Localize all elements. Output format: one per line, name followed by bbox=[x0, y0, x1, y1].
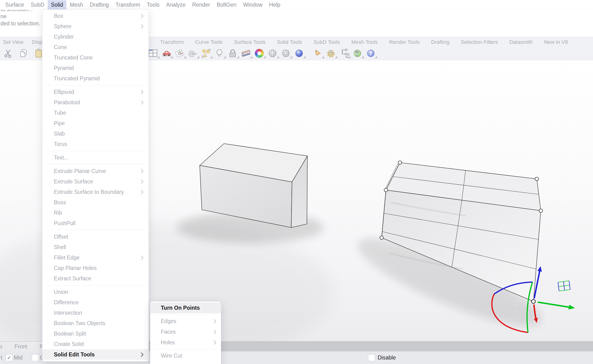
solid-menu-item-torus: Torus bbox=[42, 139, 148, 149]
solid-menu-item-pipe: Pipe bbox=[42, 118, 148, 129]
osnap-checkbox-cen[interactable] bbox=[32, 354, 39, 361]
solid-menu-item-label-pushpull: PushPull bbox=[54, 220, 144, 227]
submenu-chevron-icon bbox=[139, 169, 143, 173]
copy-icon[interactable] bbox=[18, 48, 29, 59]
toolbar-tab-new-in-v8[interactable]: New in V8 bbox=[544, 39, 568, 45]
solid-menu-item-shell: Shell bbox=[42, 242, 148, 252]
gear-icon[interactable] bbox=[326, 48, 336, 59]
layer-cake-icon[interactable] bbox=[240, 48, 251, 59]
menubar-item-solid[interactable]: Solid bbox=[48, 0, 67, 9]
menubar-item-subd[interactable]: SubD bbox=[27, 0, 48, 9]
toolbar-tab-solid-tools[interactable]: Solid Tools bbox=[277, 39, 302, 45]
menubar-item-window[interactable]: Window bbox=[240, 0, 266, 9]
solid-menu-item-label-difference: Difference bbox=[54, 299, 144, 306]
earth-icon[interactable] bbox=[352, 48, 363, 59]
solid-menu-item-text: Text... bbox=[42, 152, 148, 163]
svg-text:?: ? bbox=[369, 51, 373, 56]
toolbar-tab-curve-tools[interactable]: Curve Tools bbox=[195, 39, 222, 45]
menu-separator bbox=[46, 285, 145, 285]
menubar-item-surface[interactable]: Surface bbox=[2, 0, 27, 9]
rhino-window: SurfaceSubDSolidMeshDraftingTransformToo… bbox=[0, 0, 593, 364]
menubar-item-boltgen[interactable]: BoltGen bbox=[213, 0, 240, 9]
solid-menu-item-extract-surface: Extract Surface bbox=[42, 273, 148, 284]
solid-menu-item-label-pyramid: Pyramid bbox=[54, 65, 144, 71]
menu-separator bbox=[46, 151, 145, 151]
lock-icon[interactable] bbox=[227, 48, 238, 59]
viewport-tab-top[interactable]: Top bbox=[0, 343, 2, 350]
shaded-sphere-icon[interactable] bbox=[267, 48, 278, 59]
solid-menu-item-label-intersection: Intersection bbox=[54, 310, 144, 316]
solid-menu-item-label-truncated-cone: Truncated Cone bbox=[54, 54, 144, 61]
dimension-icon[interactable] bbox=[339, 48, 350, 59]
solid-edit-item-label-turn-on-points: Turn On Points bbox=[161, 305, 217, 311]
menubar-item-tools[interactable]: Tools bbox=[144, 0, 163, 9]
osnap-checkbox-mid[interactable]: ✓ bbox=[6, 354, 13, 361]
rendered-sphere-icon[interactable] bbox=[294, 48, 305, 59]
submenu-chevron-icon bbox=[139, 90, 143, 94]
gumball-y-axis-arrow[interactable] bbox=[538, 302, 569, 307]
viewport-tab-front[interactable]: Front bbox=[14, 343, 27, 350]
menubar-item-mesh[interactable]: Mesh bbox=[67, 0, 86, 9]
cplane-grid-icon[interactable] bbox=[174, 48, 185, 59]
solid-menu-item-fillet-edge: Fillet Edge bbox=[42, 252, 148, 263]
solid-menu-item-label-rib: Rib bbox=[54, 210, 144, 216]
center-snap-icon[interactable] bbox=[187, 48, 198, 59]
solid-menu-item-label-boolean-split: Boolean Split bbox=[54, 331, 144, 337]
toolbar-tab-mesh-tools[interactable]: Mesh Tools bbox=[351, 39, 378, 45]
viewport-layout-icon[interactable] bbox=[147, 48, 159, 59]
solid-menu-item-label-boss: Boss bbox=[54, 199, 144, 206]
submenu-chevron-icon bbox=[212, 340, 216, 344]
color-wheel-icon[interactable] bbox=[254, 48, 265, 59]
selection-filter-icon[interactable] bbox=[201, 48, 212, 59]
submenu-chevron-icon bbox=[139, 100, 143, 104]
solid-menu-item-label-solid-edit-tools: Solid Edit Tools bbox=[54, 351, 140, 358]
submenu-chevron-icon bbox=[139, 190, 143, 194]
menubar-item-transform[interactable]: Transform bbox=[112, 0, 144, 9]
solid-menu-item-ellipsoid: Ellipsoid bbox=[42, 87, 148, 97]
gumball-z-arrowhead[interactable] bbox=[538, 266, 542, 272]
menubar-item-analyze[interactable]: Analyze bbox=[163, 0, 189, 9]
toolbar-tab-surface-tools[interactable]: Surface Tools bbox=[234, 39, 266, 45]
toolbar-tab-drafting[interactable]: Drafting bbox=[431, 39, 449, 45]
solid-menu-item-label-ellipsoid: Ellipsoid bbox=[54, 89, 140, 95]
solid-menu-item-truncated-cone: Truncated Cone bbox=[42, 52, 148, 63]
solid-menu-item-solid-edit-tools[interactable]: Solid Edit Tools bbox=[42, 349, 148, 360]
toolbar-tab-render-tools[interactable]: Render Tools bbox=[389, 39, 420, 45]
solid-menu-item-tube: Tube bbox=[42, 108, 148, 118]
wireframe-sphere-icon[interactable] bbox=[280, 48, 291, 59]
solid-edit-item-wire-cut: Wire Cut bbox=[150, 351, 221, 361]
toolbar-tab-subd-tools[interactable]: SubD Tools bbox=[313, 39, 340, 45]
toolbar-tab-selection-filters[interactable]: Selection Filters bbox=[461, 39, 498, 45]
solid-menu-item-label-paraboloid: Paraboloid bbox=[54, 99, 140, 106]
gumball-origin[interactable] bbox=[532, 299, 535, 303]
cut-scissors-icon[interactable] bbox=[3, 48, 14, 59]
solid-menu-item-intersection: Intersection bbox=[42, 308, 148, 318]
disable-checkbox[interactable] bbox=[368, 354, 375, 361]
solid-menu-item-sphere: Sphere bbox=[42, 21, 148, 32]
car-icon[interactable] bbox=[161, 48, 172, 59]
solid-menu-item-label-cap-planar-holes: Cap Planar Holes bbox=[54, 265, 144, 271]
solid-menu-item-union: Union bbox=[42, 287, 148, 297]
menubar-item-drafting[interactable]: Drafting bbox=[86, 0, 112, 9]
toolbar-tab-datasmith[interactable]: Datasmith bbox=[509, 39, 533, 45]
menubar-item-help[interactable]: Help bbox=[266, 0, 284, 9]
menubar-item-render[interactable]: Render bbox=[189, 0, 213, 9]
submenu-chevron-icon bbox=[212, 330, 216, 334]
cone-icon[interactable] bbox=[312, 48, 323, 59]
solid-menu-item-label-tube: Tube bbox=[54, 110, 144, 116]
menu-bar: SurfaceSubDSolidMeshDraftingTransformToo… bbox=[0, 0, 593, 10]
solid-menu-item-create-solid: Create Solid bbox=[42, 339, 148, 349]
gumball-y-arrowhead[interactable] bbox=[568, 305, 575, 310]
solid-menu-item-label-fillet-edge: Fillet Edge bbox=[54, 254, 140, 261]
solid-menu-item-truncated-pyramid: Truncated Pyramid bbox=[42, 73, 148, 84]
toolbar-tab-set-view[interactable]: Set View bbox=[3, 39, 23, 45]
solid-menu-item-label-sphere: Sphere bbox=[54, 23, 140, 30]
light-bulb-icon[interactable] bbox=[214, 48, 225, 59]
gumball-plane-handle[interactable] bbox=[558, 281, 570, 291]
solid-menu-item-extrude-surface-to-boundary: Extrude Surface to Boundary bbox=[42, 187, 148, 197]
solid-menu-item-label-box: Box bbox=[54, 13, 140, 19]
help-icon[interactable]: ? bbox=[365, 48, 376, 59]
solid-edit-item-turn-on-points[interactable]: Turn On Points bbox=[150, 303, 221, 313]
toolbar-tab-transform[interactable]: Transform bbox=[160, 39, 184, 45]
menu-separator bbox=[46, 230, 145, 230]
